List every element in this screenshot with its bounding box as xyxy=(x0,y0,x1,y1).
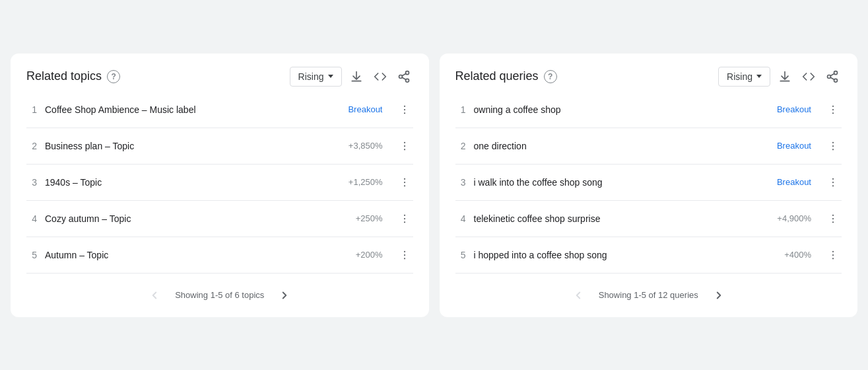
more-options-button[interactable] xyxy=(824,211,842,226)
svg-point-8 xyxy=(403,141,405,143)
item-label: Autumn – Topic xyxy=(45,250,348,260)
svg-point-32 xyxy=(832,181,834,182)
dropdown-label: Rising xyxy=(298,71,324,82)
item-value: Breakout xyxy=(348,104,382,114)
item-number: 5 xyxy=(26,250,37,260)
panel-title-group: Related topics? xyxy=(26,69,120,83)
panel-header: Related topics?Rising xyxy=(26,67,413,87)
svg-point-18 xyxy=(403,254,405,255)
help-icon[interactable]: ? xyxy=(107,70,120,83)
item-label: owning a coffee shop xyxy=(474,104,769,115)
svg-point-11 xyxy=(403,178,405,179)
download-button[interactable] xyxy=(347,67,366,86)
svg-point-34 xyxy=(832,214,834,215)
panel-header: Related queries?Rising xyxy=(455,67,842,87)
more-options-button[interactable] xyxy=(396,102,413,117)
item-number: 2 xyxy=(455,141,466,151)
svg-point-15 xyxy=(403,217,405,219)
pagination-text: Showing 1-5 of 6 topics xyxy=(175,290,264,300)
chevron-right-icon xyxy=(279,289,290,301)
svg-point-31 xyxy=(832,178,834,179)
embed-button[interactable] xyxy=(371,67,389,86)
more-vert-icon xyxy=(399,140,411,152)
svg-line-4 xyxy=(402,73,406,75)
list-item: 1Coffee Shop Ambience – Music labelBreak… xyxy=(26,92,413,128)
panel-title-group: Related queries? xyxy=(455,69,557,83)
item-value: Breakout xyxy=(777,177,811,187)
more-options-button[interactable] xyxy=(824,248,842,262)
item-value: +4,900% xyxy=(777,213,811,223)
list-item: 31940s – Topic+1,250% xyxy=(26,165,413,201)
download-icon xyxy=(350,70,363,83)
more-vert-icon xyxy=(827,176,839,188)
more-vert-icon xyxy=(399,213,411,225)
item-value: +400% xyxy=(784,250,811,260)
pagination-next-button[interactable] xyxy=(709,287,729,304)
item-number: 4 xyxy=(455,213,466,224)
svg-point-17 xyxy=(403,250,405,252)
svg-point-33 xyxy=(832,185,834,186)
item-number: 3 xyxy=(26,177,37,188)
more-vert-icon xyxy=(827,140,839,152)
share-button[interactable] xyxy=(823,67,842,86)
more-vert-icon xyxy=(827,213,839,225)
list-item: 5i hopped into a coffee shop song+400% xyxy=(455,237,842,274)
svg-line-3 xyxy=(402,77,406,79)
pagination-text: Showing 1-5 of 12 queries xyxy=(599,290,698,300)
item-number: 2 xyxy=(26,141,37,151)
more-options-button[interactable] xyxy=(396,175,413,190)
item-label: one direction xyxy=(474,141,769,151)
embed-button[interactable] xyxy=(799,67,818,86)
svg-point-29 xyxy=(832,145,834,146)
download-button[interactable] xyxy=(776,67,794,86)
pagination: Showing 1-5 of 6 topics xyxy=(26,284,413,304)
item-value: Breakout xyxy=(777,104,811,114)
more-vert-icon xyxy=(399,176,411,188)
svg-point-28 xyxy=(832,141,834,143)
item-number: 1 xyxy=(455,104,466,115)
share-icon xyxy=(397,70,411,83)
svg-point-7 xyxy=(403,112,405,114)
more-options-button[interactable] xyxy=(824,139,842,153)
embed-icon xyxy=(802,70,815,83)
rising-dropdown[interactable]: Rising xyxy=(290,67,342,87)
more-options-button[interactable] xyxy=(824,102,842,117)
svg-point-6 xyxy=(403,108,405,110)
pagination-prev-button xyxy=(568,287,588,304)
rising-dropdown[interactable]: Rising xyxy=(718,67,770,87)
panel-title: Related queries xyxy=(455,69,539,83)
svg-line-24 xyxy=(830,73,834,75)
pagination-next-button[interactable] xyxy=(275,287,294,304)
more-options-button[interactable] xyxy=(396,139,413,153)
help-icon[interactable]: ? xyxy=(544,70,557,83)
list-item: 4Cozy autumn – Topic+250% xyxy=(26,201,413,237)
svg-point-12 xyxy=(403,181,405,182)
pagination-prev-button xyxy=(145,287,164,304)
item-number: 5 xyxy=(455,250,466,260)
svg-point-19 xyxy=(403,258,405,259)
item-number: 3 xyxy=(455,177,466,188)
dropdown-label: Rising xyxy=(727,71,752,82)
item-value: +200% xyxy=(356,250,383,260)
more-options-button[interactable] xyxy=(396,248,413,262)
svg-point-39 xyxy=(832,258,834,259)
item-value: Breakout xyxy=(777,141,811,151)
list-item: 1owning a coffee shopBreakout xyxy=(455,92,842,128)
more-vert-icon xyxy=(399,104,411,116)
svg-point-30 xyxy=(832,149,834,150)
svg-point-37 xyxy=(832,250,834,252)
item-label: i hopped into a coffee shop song xyxy=(474,250,777,260)
svg-point-27 xyxy=(832,112,834,114)
share-button[interactable] xyxy=(395,67,413,86)
more-options-button[interactable] xyxy=(396,211,413,226)
chevron-left-icon xyxy=(572,289,584,301)
item-label: Coffee Shop Ambience – Music label xyxy=(45,104,340,115)
item-value: +250% xyxy=(356,213,383,223)
more-options-button[interactable] xyxy=(824,175,842,190)
svg-point-16 xyxy=(403,221,405,223)
list-item: 2Business plan – Topic+3,850% xyxy=(26,128,413,165)
list-item: 5Autumn – Topic+200% xyxy=(26,237,413,274)
more-vert-icon xyxy=(399,249,411,261)
item-label: Business plan – Topic xyxy=(45,141,341,151)
svg-point-13 xyxy=(403,185,405,186)
